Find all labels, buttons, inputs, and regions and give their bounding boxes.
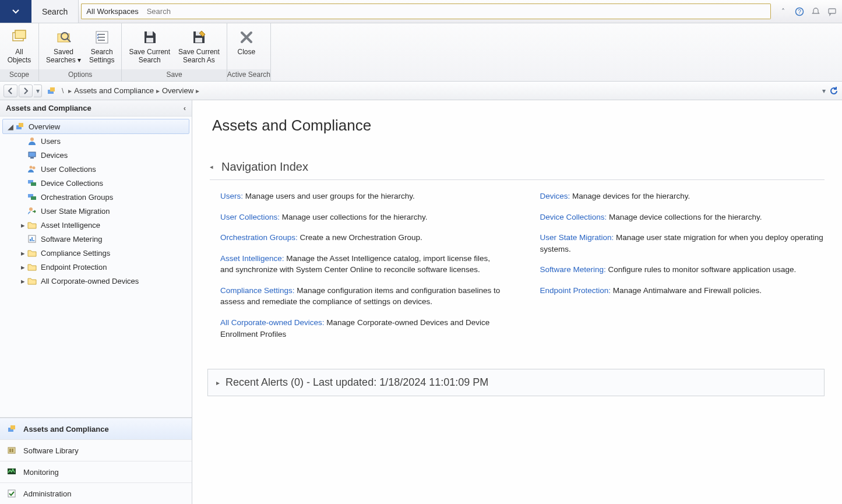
workspace-label: Monitoring bbox=[23, 468, 59, 477]
nav-index-link[interactable]: Compliance Settings: bbox=[220, 286, 295, 295]
workspace-administration[interactable]: Administration bbox=[0, 482, 192, 504]
nav-back-button[interactable] bbox=[3, 84, 17, 97]
nav-index-link[interactable]: All Corporate-owned Devices: bbox=[220, 318, 325, 327]
page-title: Assets and Compliance bbox=[212, 117, 825, 135]
nav-index-link[interactable]: Users: bbox=[220, 192, 243, 200]
svg-point-20 bbox=[30, 166, 33, 169]
nav-index-link[interactable]: Software Metering: bbox=[540, 265, 606, 274]
search-input-container bbox=[143, 3, 771, 19]
workspace-assets-and-compliance[interactable]: Assets and Compliance bbox=[0, 418, 192, 439]
ribbon: All Objects Scope Saved Searches ▾ Searc… bbox=[0, 23, 842, 82]
nav-index-link[interactable]: Asset Intelligence: bbox=[220, 254, 284, 263]
tree-item-user-state-migration[interactable]: User State Migration bbox=[2, 204, 189, 218]
breadcrumb-item[interactable]: Overview bbox=[162, 86, 193, 95]
user-icon bbox=[27, 136, 37, 146]
nav-index-item: Users: Manage users and user groups for … bbox=[220, 191, 505, 202]
svg-rect-34 bbox=[9, 449, 11, 452]
recent-alerts-panel[interactable]: ▸ Recent Alerts (0) - Last updated: 1/18… bbox=[207, 369, 825, 396]
arrow-left-icon bbox=[7, 87, 14, 94]
chevron-down-icon bbox=[12, 8, 19, 15]
nav-index-link[interactable]: Devices: bbox=[540, 192, 570, 200]
nav-index-desc: Create a new Orchestration Group. bbox=[298, 233, 422, 242]
tree-item-user-collections[interactable]: User Collections bbox=[2, 162, 189, 176]
save-icon bbox=[140, 28, 159, 47]
tree-item-asset-intelligence[interactable]: ▸Asset Intelligence bbox=[2, 218, 189, 232]
all-objects-button[interactable]: All Objects bbox=[3, 26, 35, 69]
tree-item-all-corporate-owned-devices[interactable]: ▸All Corporate-owned Devices bbox=[2, 274, 189, 288]
tree-caret-icon: ▸ bbox=[20, 277, 26, 286]
saved-searches-button[interactable]: Saved Searches ▾ bbox=[43, 26, 84, 69]
tab-search[interactable]: Search bbox=[31, 0, 79, 23]
breadcrumb-caret-icon[interactable]: ▸ bbox=[68, 87, 72, 95]
caret-up-icon[interactable]: ˄ bbox=[778, 6, 788, 17]
tree-item-software-metering[interactable]: Software Metering bbox=[2, 232, 189, 246]
tree-item-device-collections[interactable]: Device Collections bbox=[2, 176, 189, 190]
overview-icon bbox=[15, 121, 25, 132]
close-button[interactable]: Close bbox=[231, 26, 262, 69]
devcol-icon bbox=[27, 192, 37, 202]
nav-history-dropdown[interactable]: ▾ bbox=[34, 84, 42, 97]
tree-item-orchestration-groups[interactable]: Orchestration Groups bbox=[2, 190, 189, 204]
monitoring-icon bbox=[6, 466, 17, 478]
breadcrumb-caret-icon[interactable]: ▸ bbox=[156, 87, 160, 95]
tree-item-users[interactable]: Users bbox=[2, 134, 189, 148]
workspace-label: Software Library bbox=[23, 446, 79, 455]
ribbon-group-label: Active Search bbox=[227, 69, 270, 81]
nav-index-col-right: Devices: Manage devices for the hierarch… bbox=[540, 191, 825, 340]
svg-rect-16 bbox=[19, 123, 23, 127]
nav-index-item: Devices: Manage devices for the hierarch… bbox=[540, 191, 825, 202]
save-current-search-button[interactable]: Save Current Search bbox=[125, 26, 174, 69]
nav-index-link[interactable]: Device Collections: bbox=[540, 213, 607, 221]
breadcrumb-item[interactable]: Assets and Compliance bbox=[74, 86, 154, 95]
search-settings-button[interactable]: Search Settings bbox=[86, 26, 118, 69]
nav-index-item: Asset Intelligence: Manage the Asset Int… bbox=[220, 253, 505, 276]
ribbon-btn-line2: Settings bbox=[89, 56, 114, 64]
breadcrumb-dropdown-icon[interactable]: ▾ bbox=[822, 87, 826, 95]
app-menu-button[interactable] bbox=[0, 0, 31, 23]
search-input[interactable] bbox=[143, 4, 770, 19]
tree-item-overview[interactable]: ◢Overview bbox=[2, 119, 189, 134]
search-scope-selector[interactable]: All Workspaces bbox=[81, 3, 143, 19]
nav-index-link[interactable]: User Collections: bbox=[220, 213, 280, 221]
workspace-monitoring[interactable]: Monitoring bbox=[0, 461, 192, 482]
ribbon-btn-line1: All bbox=[15, 48, 23, 56]
ribbon-group-options: Saved Searches ▾ Search Settings Options bbox=[39, 23, 122, 81]
tree-item-endpoint-protection[interactable]: ▸Endpoint Protection bbox=[2, 260, 189, 274]
nav-index-desc: Manage Antimalware and Firewall policies… bbox=[611, 286, 762, 295]
nav-index-link[interactable]: Orchestration Groups: bbox=[220, 233, 298, 242]
feedback-icon[interactable] bbox=[827, 6, 837, 17]
save-current-search-as-button[interactable]: Save Current Search As bbox=[175, 26, 223, 69]
refresh-icon[interactable] bbox=[829, 86, 839, 96]
save-as-icon bbox=[189, 28, 208, 47]
nav-index-desc: Manage device collections for the hierar… bbox=[607, 213, 762, 221]
nav-index-item: Software Metering: Configure rules to mo… bbox=[540, 264, 825, 276]
section-expand-icon: ▸ bbox=[216, 379, 220, 387]
nav-forward-button[interactable] bbox=[19, 84, 33, 97]
tree-caret-icon: ◢ bbox=[8, 122, 13, 131]
dropdown-caret-icon: ▾ bbox=[77, 56, 81, 64]
help-icon[interactable]: ? bbox=[794, 6, 805, 17]
workspace-software-library[interactable]: Software Library bbox=[0, 439, 192, 461]
svg-rect-12 bbox=[195, 38, 202, 43]
nav-index-item: Compliance Settings: Manage configuratio… bbox=[220, 285, 505, 308]
tree-item-compliance-settings[interactable]: ▸Compliance Settings bbox=[2, 246, 189, 260]
sidebar-collapse-icon[interactable]: ‹ bbox=[184, 104, 186, 112]
ribbon-group-save: Save Current Search Save Current Search … bbox=[122, 23, 227, 81]
nav-index-link[interactable]: User State Migration: bbox=[540, 233, 614, 242]
ribbon-group-label: Options bbox=[39, 69, 121, 81]
tree-item-label: User Collections bbox=[41, 165, 96, 174]
tree-item-devices[interactable]: Devices bbox=[2, 148, 189, 162]
tree-item-label: Devices bbox=[41, 151, 68, 160]
breadcrumb-caret-icon[interactable]: ▸ bbox=[196, 87, 199, 95]
nav-index-link[interactable]: Endpoint Protection: bbox=[540, 286, 611, 295]
workspace-switcher: Assets and ComplianceSoftware LibraryMon… bbox=[0, 417, 192, 504]
ribbon-btn-line2: Objects bbox=[8, 56, 31, 64]
bell-icon[interactable] bbox=[811, 6, 821, 17]
folder-icon bbox=[27, 248, 37, 258]
ribbon-btn-line1: Saved bbox=[54, 48, 73, 56]
svg-text:?: ? bbox=[798, 9, 801, 15]
svg-rect-10 bbox=[146, 38, 153, 43]
nav-index-header[interactable]: ◂ Navigation Index bbox=[210, 158, 825, 180]
main-split: Assets and Compliance ‹ ◢OverviewUsersDe… bbox=[0, 100, 842, 504]
tree-item-label: Endpoint Protection bbox=[41, 263, 107, 272]
